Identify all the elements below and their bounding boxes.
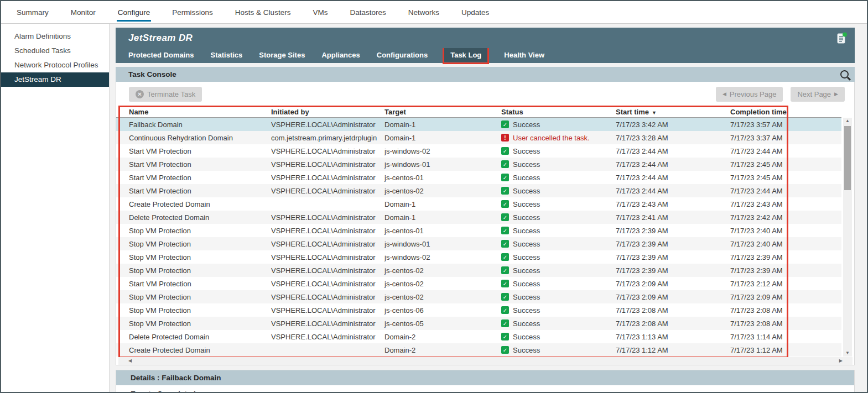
task-status: ✓Success — [501, 240, 616, 248]
task-row[interactable]: Start VM ProtectionVSPHERE.LOCAL\Adminis… — [116, 277, 841, 290]
task-row[interactable]: Continuous Rehydration Domaincom.jetstre… — [116, 131, 841, 144]
plugin-tab-appliances[interactable]: Appliances — [321, 51, 360, 59]
plugin-tab-bar: Protected DomainsStatisticsStorage Sites… — [128, 50, 544, 60]
search-icon[interactable] — [840, 70, 849, 78]
task-row[interactable]: Stop VM ProtectionVSPHERE.LOCAL\Administ… — [116, 290, 841, 303]
plugin-tab-task-log[interactable]: Task Log — [444, 48, 487, 62]
vertical-scrollbar[interactable]: ▲ ▼ — [843, 118, 852, 357]
task-status: ✓Success — [501, 187, 616, 195]
task-status-text: Success — [513, 319, 540, 328]
column-header-completion-time[interactable]: Completion time — [730, 108, 841, 116]
top-tab-hosts-clusters[interactable]: Hosts & Clusters — [234, 2, 292, 23]
success-check-icon: ✓ — [501, 253, 509, 261]
scroll-right-icon[interactable]: ▶ — [839, 359, 843, 363]
sidebar-item-network-protocol-profiles[interactable]: Network Protocol Profiles — [1, 58, 109, 72]
top-tab-networks[interactable]: Networks — [407, 2, 440, 23]
task-completion-time: 7/17/23 2:45 AM — [730, 160, 841, 169]
task-row[interactable]: Stop VM ProtectionVSPHERE.LOCAL\Administ… — [116, 303, 841, 317]
task-status-text: Success — [513, 120, 540, 129]
plugin-tab-storage-sites[interactable]: Storage Sites — [259, 51, 305, 59]
task-initiated-by: VSPHERE.LOCAL\Administrator — [271, 266, 384, 275]
column-header-status[interactable]: Status — [501, 108, 616, 116]
log-document-icon[interactable] — [836, 32, 848, 44]
column-header-target[interactable]: Target — [384, 108, 501, 116]
terminate-task-button[interactable]: ✕ Terminate Task — [129, 87, 202, 102]
plugin-tab-health-view[interactable]: Health View — [504, 51, 544, 59]
column-header-name[interactable]: Name — [129, 108, 271, 116]
task-row[interactable]: Start VM ProtectionVSPHERE.LOCAL\Adminis… — [116, 184, 841, 197]
success-check-icon: ✓ — [501, 333, 509, 340]
top-tab-permissions[interactable]: Permissions — [171, 2, 214, 23]
success-check-icon: ✓ — [501, 266, 509, 274]
sidebar-item-scheduled-tasks[interactable]: Scheduled Tasks — [1, 44, 109, 58]
vertical-scrollbar-thumb[interactable] — [844, 126, 851, 190]
task-status-text: Success — [513, 160, 540, 169]
top-tab-summary[interactable]: Summary — [15, 2, 50, 23]
task-row[interactable]: Stop VM ProtectionVSPHERE.LOCAL\Administ… — [116, 237, 841, 250]
task-initiated-by: VSPHERE.LOCAL\Administrator — [271, 120, 384, 129]
task-name: Start VM Protection — [129, 280, 271, 288]
task-completion-time: 7/17/23 2:40 AM — [730, 227, 841, 235]
column-header-initiated-by[interactable]: Initiated by — [271, 108, 384, 116]
task-completion-time: 7/17/23 2:44 AM — [730, 147, 841, 155]
task-row[interactable]: Start VM ProtectionVSPHERE.LOCAL\Adminis… — [116, 144, 841, 158]
task-name: Stop VM Protection — [129, 319, 271, 328]
top-tab-updates[interactable]: Updates — [460, 2, 490, 23]
top-tab-vms[interactable]: VMs — [311, 2, 329, 23]
task-name: Stop VM Protection — [129, 266, 271, 275]
next-page-button[interactable]: Next Page ▶ — [791, 87, 845, 102]
task-row[interactable]: Start VM ProtectionVSPHERE.LOCAL\Adminis… — [116, 171, 841, 184]
task-start-time: 7/17/23 2:08 AM — [616, 306, 730, 315]
task-name: Start VM Protection — [129, 160, 271, 169]
plugin-tab-statistics[interactable]: Statistics — [210, 51, 242, 59]
task-row[interactable]: Stop VM ProtectionVSPHERE.LOCAL\Administ… — [116, 250, 841, 264]
task-status-text: Success — [513, 280, 540, 288]
task-initiated-by: VSPHERE.LOCAL\Administrator — [271, 213, 384, 222]
sidebar-item-jetstream-dr[interactable]: JetStream DR — [1, 72, 109, 87]
task-completion-time: 7/17/23 2:43 AM — [730, 200, 841, 208]
task-completion-time: 7/17/23 2:08 AM — [730, 306, 841, 315]
task-row[interactable]: Create Protected DomainDomain-2✓Success7… — [116, 343, 841, 357]
task-row[interactable]: Start VM ProtectionVSPHERE.LOCAL\Adminis… — [116, 158, 841, 171]
scroll-left-icon[interactable]: ◀ — [128, 359, 132, 363]
task-row[interactable]: Create Protected DomainDomain-1✓Success7… — [116, 197, 841, 211]
task-row[interactable]: Failback DomainVSPHERE.LOCAL\Administrat… — [116, 118, 841, 131]
task-target: js-centos-01 — [384, 174, 501, 182]
task-target: js-windows-01 — [384, 160, 501, 169]
task-row[interactable]: Stop VM ProtectionVSPHERE.LOCAL\Administ… — [116, 224, 841, 237]
horizontal-scrollbar[interactable]: ◀ ▶ — [118, 357, 853, 365]
previous-page-button[interactable]: ◀ Previous Page — [716, 87, 783, 102]
task-row[interactable]: Delete Protected DomainVSPHERE.LOCAL\Adm… — [116, 211, 841, 224]
success-check-icon: ✓ — [501, 120, 509, 128]
object-tab-bar: SummaryMonitorConfigurePermissionsHosts … — [1, 1, 867, 24]
scroll-up-icon[interactable]: ▲ — [845, 119, 850, 123]
top-tab-monitor[interactable]: Monitor — [70, 2, 97, 23]
success-check-icon: ✓ — [501, 306, 509, 314]
top-tab-configure[interactable]: Configure — [117, 2, 152, 23]
task-initiated-by: VSPHERE.LOCAL\Administrator — [271, 293, 384, 301]
task-status: ✓Success — [501, 147, 616, 155]
success-check-icon: ✓ — [501, 187, 509, 195]
task-start-time: 7/17/23 2:08 AM — [616, 319, 730, 328]
scroll-down-icon[interactable]: ▼ — [845, 351, 850, 355]
task-status: ✓Success — [501, 280, 616, 288]
terminate-icon: ✕ — [136, 90, 144, 98]
top-tab-datastores[interactable]: Datastores — [349, 2, 387, 23]
column-header-start-time[interactable]: Start time▼ — [616, 108, 730, 116]
task-completion-time: 7/17/23 2:44 AM — [730, 187, 841, 195]
plugin-tab-protected-domains[interactable]: Protected Domains — [128, 51, 194, 59]
plugin-tab-configurations[interactable]: Configurations — [377, 51, 428, 59]
task-start-time: 7/17/23 2:43 AM — [616, 200, 730, 208]
task-start-time: 7/17/23 2:39 AM — [616, 253, 730, 261]
task-row[interactable]: Stop VM ProtectionVSPHERE.LOCAL\Administ… — [116, 264, 841, 277]
task-row[interactable]: Stop VM ProtectionVSPHERE.LOCAL\Administ… — [116, 317, 841, 330]
task-start-time: 7/17/23 2:44 AM — [616, 174, 730, 182]
task-completion-time: 7/17/23 2:39 AM — [730, 266, 841, 275]
task-initiated-by: VSPHERE.LOCAL\Administrator — [271, 253, 384, 261]
task-target: Domain-2 — [384, 346, 501, 354]
sidebar-item-alarm-definitions[interactable]: Alarm Definitions — [1, 29, 109, 44]
right-arrow-icon: ▶ — [834, 91, 838, 97]
task-row[interactable]: Delete Protected DomainVSPHERE.LOCAL\Adm… — [116, 330, 841, 343]
plugin-title: JetStream DR — [116, 28, 855, 44]
task-name: Stop VM Protection — [129, 293, 271, 301]
